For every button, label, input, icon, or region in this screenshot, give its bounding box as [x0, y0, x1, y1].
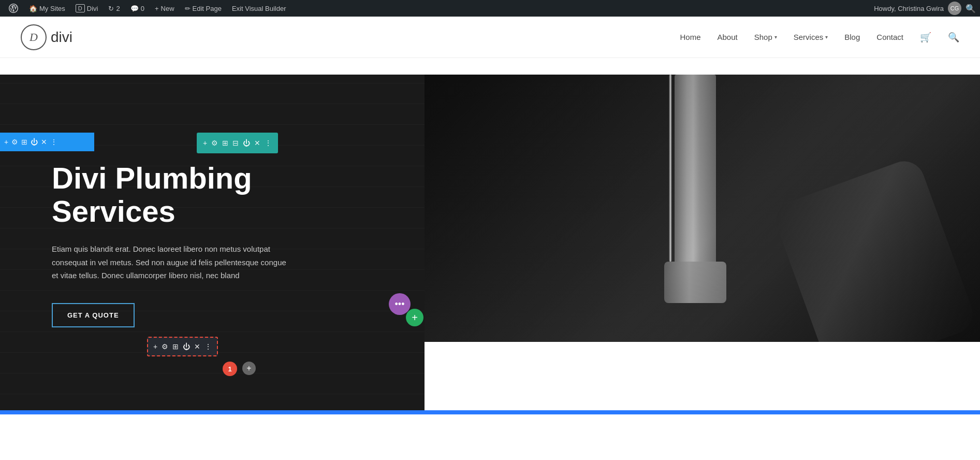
section-delete-icon[interactable]: ✕	[41, 138, 47, 146]
section-toolbar[interactable]: + ⚙ ⊞ ⏻ ✕ ⋮	[0, 133, 94, 151]
white-section-below	[425, 342, 980, 414]
new-label: New	[161, 5, 174, 12]
module-settings-icon[interactable]: ⚙	[162, 342, 168, 351]
my-sites-button[interactable]: 🏠 My Sites	[25, 0, 69, 17]
hero-description: Etiam quis blandit erat. Donec laoreet l…	[52, 242, 290, 282]
updates-button[interactable]: ↻ 2	[104, 0, 124, 17]
pipe-shine	[669, 75, 672, 262]
section-add-icon[interactable]: +	[4, 138, 8, 146]
chevron-down-icon: ▾	[825, 34, 828, 40]
module-duplicate-icon[interactable]: ⊞	[172, 342, 179, 351]
comments-count: 0	[141, 5, 144, 12]
pencil-icon: ✏	[185, 5, 191, 12]
add-module-small-button[interactable]: +	[242, 362, 256, 375]
updates-count: 2	[116, 5, 120, 12]
blue-bar	[0, 410, 980, 414]
module-more-icon[interactable]: ⋮	[204, 342, 212, 351]
admin-bar-right: Howdy, Christina Gwira CG 🔍	[874, 2, 976, 15]
site-header: D divi Home About Shop ▾ Services ▾ Blog…	[0, 17, 980, 58]
exit-builder-button[interactable]: Exit Visual Builder	[228, 0, 290, 17]
exit-builder-label: Exit Visual Builder	[232, 5, 286, 12]
section-settings-icon[interactable]: ⚙	[11, 138, 18, 146]
comments-icon: 💬	[130, 5, 139, 12]
nav-search-button[interactable]: 🔍	[948, 32, 959, 43]
row-columns-icon[interactable]: ⊟	[232, 139, 239, 147]
module-add-icon[interactable]: +	[153, 342, 157, 351]
avatar: CG	[948, 2, 961, 15]
logo-circle: D	[21, 24, 47, 50]
row-settings-icon[interactable]: ⚙	[211, 139, 218, 147]
section-more-icon[interactable]: ⋮	[50, 138, 57, 146]
plus-icon: +	[155, 5, 159, 12]
edit-page-label: Edit Page	[193, 5, 222, 12]
divi-button[interactable]: D Divi	[71, 0, 103, 17]
admin-bar: 🏠 My Sites D Divi ↻ 2 💬 0 + New ✏ Edit P…	[0, 0, 980, 17]
updates-icon: ↻	[108, 5, 114, 12]
section-duplicate-icon[interactable]: ⊞	[21, 138, 27, 146]
nav-home[interactable]: Home	[680, 33, 700, 41]
new-button[interactable]: + New	[151, 0, 179, 17]
nav-blog[interactable]: Blog	[844, 33, 860, 41]
logo-letter: D	[30, 31, 38, 44]
site-logo[interactable]: D divi	[21, 24, 72, 50]
page-content: + ⚙ ⊞ ⏻ ✕ ⋮ + ⚙ ⊞ ⊟ ⏻ ✕ ⋮ Divi Plumbing …	[0, 75, 980, 414]
module-disable-icon[interactable]: ⏻	[183, 342, 190, 351]
module-badge: 1	[223, 362, 237, 376]
nav-about[interactable]: About	[717, 33, 737, 41]
row-add-icon[interactable]: +	[203, 139, 207, 147]
module-delete-icon[interactable]: ✕	[194, 342, 200, 351]
nav-services[interactable]: Services ▾	[794, 33, 828, 41]
row-disable-icon[interactable]: ⏻	[243, 139, 250, 147]
row-delete-icon[interactable]: ✕	[254, 139, 260, 147]
hero-title: Divi Plumbing Services	[52, 162, 383, 228]
edit-page-button[interactable]: ✏ Edit Page	[181, 0, 226, 17]
hero-section: + ⚙ ⊞ ⏻ ✕ ⋮ + ⚙ ⊞ ⊟ ⏻ ✕ ⋮ Divi Plumbing …	[0, 75, 980, 414]
site-nav: Home About Shop ▾ Services ▾ Blog Contac…	[680, 32, 959, 43]
divi-label: Divi	[87, 5, 98, 12]
add-section-button[interactable]: +	[406, 309, 423, 326]
row-duplicate-icon[interactable]: ⊞	[222, 139, 228, 147]
section-disable-icon[interactable]: ⏻	[31, 138, 38, 146]
my-sites-label: My Sites	[39, 5, 65, 12]
row-more-icon[interactable]: ⋮	[265, 139, 272, 147]
cart-button[interactable]: 🛒	[920, 32, 931, 43]
nav-shop[interactable]: Shop ▾	[754, 33, 777, 41]
search-icon: 🔍	[948, 32, 959, 43]
sites-icon: 🏠	[29, 5, 37, 12]
wp-logo-button[interactable]	[4, 0, 23, 17]
logo-text: divi	[51, 29, 72, 46]
search-icon-admin[interactable]: 🔍	[966, 4, 976, 13]
row-toolbar[interactable]: + ⚙ ⊞ ⊟ ⏻ ✕ ⋮	[197, 133, 278, 153]
get-quote-button[interactable]: GET A QUOTE	[52, 303, 135, 327]
chevron-down-icon: ▾	[774, 34, 777, 40]
user-greeting: Howdy, Christina Gwira	[874, 5, 944, 12]
module-toolbar[interactable]: + ⚙ ⊞ ⏻ ✕ ⋮	[147, 337, 218, 356]
nav-contact[interactable]: Contact	[876, 33, 903, 41]
comments-button[interactable]: 💬 0	[126, 0, 149, 17]
divi-icon: D	[76, 4, 85, 12]
hero-text-panel: Divi Plumbing Services Etiam quis blandi…	[0, 75, 425, 414]
